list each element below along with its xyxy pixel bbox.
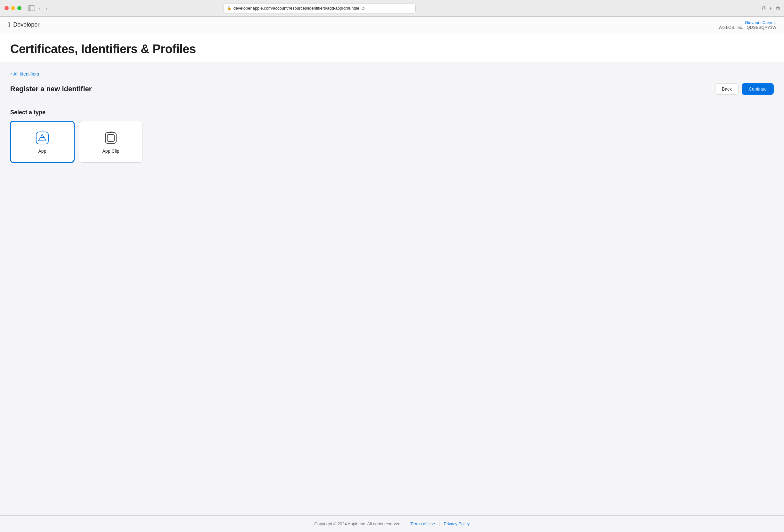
lock-icon: 🔒	[227, 6, 231, 10]
app-icon	[34, 130, 50, 146]
footer-separator-2: |	[439, 522, 440, 526]
select-type-label: Select a type	[10, 109, 774, 116]
section-header: Register a new identifier Back Continue	[10, 83, 774, 100]
app-clip-card-label: App Clip	[103, 149, 119, 154]
breadcrumb-link[interactable]: All Identifiers	[13, 71, 39, 77]
type-card-app-clip[interactable]: App Clip	[79, 121, 143, 162]
url-text: developer.apple.com/account/resources/id…	[233, 6, 359, 10]
maximize-button[interactable]	[17, 6, 22, 10]
account-org: WorkOS, Inc. · QDSESQPY3W	[719, 25, 776, 30]
page-header: Certificates, Identifiers & Profiles	[0, 33, 784, 62]
apple-logo-area:  Developer	[8, 21, 39, 29]
share-button[interactable]: ⎙	[762, 5, 765, 11]
continue-button[interactable]: Continue	[742, 83, 774, 95]
new-tab-button[interactable]: +	[769, 5, 772, 11]
breadcrumb: All Identifiers	[10, 71, 774, 77]
back-nav-button[interactable]: ‹	[37, 5, 41, 12]
reload-button[interactable]: ↺	[361, 6, 365, 11]
privacy-policy-link[interactable]: Privacy Policy	[444, 522, 470, 526]
forward-nav-button[interactable]: ›	[44, 5, 48, 12]
close-button[interactable]	[4, 6, 9, 10]
browser-right-controls: ⎙ + ⧉	[762, 5, 780, 11]
account-area: Giovanni Carvelli WorkOS, Inc. · QDSESQP…	[719, 20, 776, 30]
tabs-button[interactable]: ⧉	[776, 5, 780, 11]
copyright-text: Copyright © 2024 Apple Inc. All rights r…	[314, 522, 402, 526]
url-bar[interactable]: 🔒 developer.apple.com/account/resources/…	[224, 3, 416, 13]
app-card-label: App	[38, 149, 47, 154]
minimize-button[interactable]	[11, 6, 15, 10]
traffic-lights	[4, 6, 22, 10]
svg-rect-0	[36, 132, 48, 144]
developer-label: Developer	[13, 22, 39, 28]
svg-rect-2	[107, 135, 114, 142]
content-area: All Identifiers Register a new identifie…	[0, 62, 784, 172]
browser-chrome: ‹ › 🔒 developer.apple.com/account/resour…	[0, 0, 784, 17]
sidebar-toggle-button[interactable]	[28, 5, 35, 11]
page-footer: Copyright © 2024 Apple Inc. All rights r…	[0, 515, 784, 532]
page-title: Certificates, Identifiers & Profiles	[10, 42, 774, 56]
back-button[interactable]: Back	[715, 83, 738, 95]
account-name[interactable]: Giovanni Carvelli	[719, 20, 776, 25]
app-clip-icon	[103, 130, 119, 146]
section-title: Register a new identifier	[10, 85, 92, 93]
main-content: All Identifiers Register a new identifie…	[0, 62, 784, 515]
button-group: Back Continue	[715, 83, 774, 95]
terms-of-use-link[interactable]: Terms of Use	[411, 522, 435, 526]
apple-developer-nav:  Developer Giovanni Carvelli WorkOS, In…	[0, 17, 784, 33]
type-card-app[interactable]: App	[10, 121, 74, 162]
type-cards: App App Clip	[10, 121, 774, 162]
footer-separator-1: |	[405, 522, 407, 526]
apple-logo-icon: 	[8, 21, 10, 29]
browser-controls: ‹ ›	[28, 5, 49, 12]
